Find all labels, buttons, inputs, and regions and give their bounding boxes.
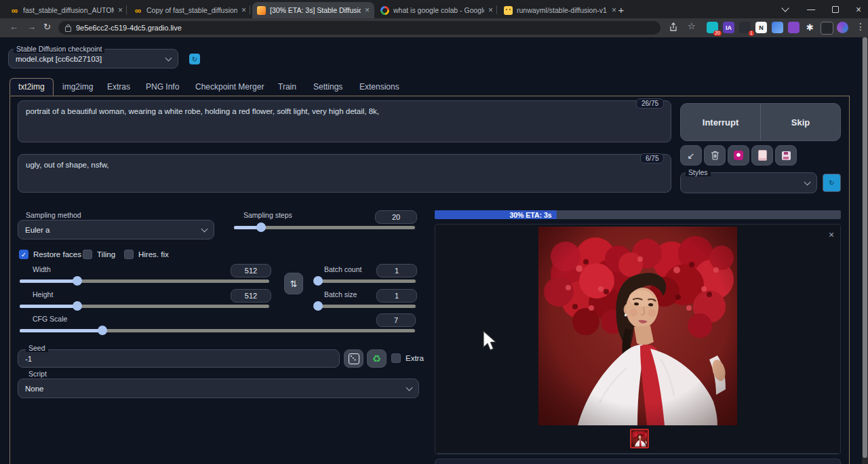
styles-refresh-button[interactable]: ↻ [823,174,841,192]
extension-icon-notion[interactable]: N [755,22,767,33]
browser-menu-icon[interactable]: ⋮ [856,21,865,32]
cfg-scale-slider[interactable] [20,329,415,332]
gallery-thumbnail[interactable] [630,429,649,448]
tab-txt2img[interactable]: txt2img [9,78,54,96]
mouse-cursor [481,330,500,353]
tiling-checkbox-row[interactable]: Tiling [83,250,115,259]
swap-dimensions-button[interactable]: ⇅ [284,273,303,294]
lock-icon [65,26,71,32]
tab-checkpoint-merger[interactable]: Checkpoint Merger [187,78,272,96]
tab-extensions[interactable]: Extensions [351,78,408,96]
sampling-method-dropdown[interactable]: Euler a [18,220,214,239]
width-number[interactable]: 512 [231,264,271,277]
new-tab-button[interactable]: + [614,3,629,16]
seed-input[interactable]: -1 [18,349,340,368]
share-icon[interactable] [669,22,678,32]
back-icon[interactable]: ← [9,22,18,32]
apply-styles-button[interactable] [751,145,773,166]
sampling-method-value: Euler a [25,226,50,234]
tab-label: img2img [62,82,93,92]
cfg-scale-label: CFG Scale [33,315,67,323]
extension-icon-ia[interactable]: IA [723,22,734,33]
batch-size-number[interactable]: 1 [376,289,417,303]
seed-value: -1 [25,355,32,363]
restore-faces-checkbox-row[interactable]: Restore faces [19,250,81,259]
hires-fix-checkbox-row[interactable]: Hires. fix [124,250,169,259]
scrollbar-thumb[interactable] [863,37,867,458]
tiling-checkbox[interactable] [83,250,92,259]
tab-label: txt2img [18,82,45,92]
tab-label: PNG Info [146,82,179,92]
checkpoint-refresh-button[interactable]: ↻ [189,54,200,64]
window-minimize-button[interactable]: — [799,0,823,18]
recycle-icon: ♻ [372,353,381,365]
width-label: Width [33,265,51,273]
width-slider[interactable] [20,279,269,283]
dice-icon [349,353,359,364]
close-preview-icon[interactable]: × [829,229,834,240]
extra-seed-row[interactable]: Extra [391,353,424,363]
checkpoint-label: Stable Diffusion checkpoint [14,45,104,53]
address-bar[interactable]: 9e5e6cc2-c519-4dc5.gradio.live [58,21,660,35]
forward-icon[interactable]: → [27,22,36,32]
tab-label: Extensions [359,82,399,92]
window-close-button[interactable]: × [846,0,868,18]
batch-count-slider[interactable] [317,279,416,283]
browser-tab-colab-2[interactable]: ∞ Copy of fast_stable_diffusion × [129,2,251,18]
cfg-scale-number[interactable]: 7 [376,313,416,327]
batch-count-number[interactable]: 1 [376,264,417,277]
tab-close-icon[interactable]: × [241,5,246,15]
extension-icon-8[interactable] [821,22,833,35]
paste-params-button[interactable]: ↙ [680,145,702,166]
reload-icon[interactable]: ↻ [43,22,51,32]
save-style-button[interactable] [775,145,797,166]
colab-favicon-icon: ∞ [10,6,19,15]
profile-avatar[interactable] [837,22,848,33]
browser-tab-huggingface[interactable]: runwayml/stable-diffusion-v1 × [499,2,621,18]
tab-close-icon[interactable]: × [488,5,493,15]
extra-seed-checkbox[interactable] [391,353,401,363]
extension-icon-1[interactable]: 20 [707,22,718,33]
extension-icon-3[interactable]: 1 [739,22,751,33]
random-seed-button[interactable] [344,349,363,368]
script-dropdown[interactable]: None [18,379,419,398]
extension-icon-6[interactable] [788,22,800,33]
batch-size-slider[interactable] [317,305,416,308]
seed-label: Seed [26,344,48,352]
progress-fill: 30% ETA: 3s [435,210,557,219]
height-label: Height [33,290,53,298]
interrupt-button[interactable]: Interrupt [681,104,760,140]
extension-icon-5[interactable] [772,22,783,33]
height-slider[interactable] [20,305,269,308]
reuse-seed-button[interactable]: ♻ [367,349,387,368]
tab-extras[interactable]: Extras [99,78,138,96]
sampling-steps-slider[interactable] [234,226,415,229]
hires-fix-checkbox[interactable] [124,250,134,259]
art-palette-button[interactable] [728,145,749,166]
bookmark-star-icon[interactable]: ☆ [688,21,696,31]
window-restore-button[interactable] [823,0,848,18]
browser-tab-colab-1[interactable]: ∞ fast_stable_diffusion_AUTOMA × [5,2,127,18]
tab-train[interactable]: Train [270,78,304,96]
url-text[interactable]: 9e5e6cc2-c519-4dc5.gradio.live [76,24,182,32]
tab-close-icon[interactable]: × [365,5,370,15]
browser-tab-stable-diffusion[interactable]: [30% ETA: 3s] Stable Diffusion × [252,2,374,18]
prompt-input[interactable]: portrait of a beautiful woman, wearing a… [18,100,671,142]
extensions-puzzle-icon[interactable]: ✱ [804,22,816,33]
generated-image[interactable] [538,227,737,425]
chevron-down-icon [165,54,172,61]
tab-close-icon[interactable]: × [118,5,123,15]
browser-tab-google-search[interactable]: what is google colab - Google × [376,2,498,18]
negative-prompt-input[interactable]: ugly, out of shape, nsfw, [18,154,671,193]
restore-faces-checkbox[interactable] [19,250,28,259]
tab-img2img[interactable]: img2img [54,78,101,96]
tab-search-icon[interactable] [773,0,797,18]
height-number[interactable]: 512 [231,289,271,303]
skip-button[interactable]: Skip [760,104,840,140]
tab-png-info[interactable]: PNG Info [138,78,187,96]
swap-icon: ⇅ [290,279,298,289]
clear-prompt-button[interactable] [704,145,726,166]
tab-title: Copy of fast_stable_diffusion [146,6,237,14]
tab-settings[interactable]: Settings [305,78,351,96]
sampling-steps-number[interactable]: 20 [375,210,417,224]
